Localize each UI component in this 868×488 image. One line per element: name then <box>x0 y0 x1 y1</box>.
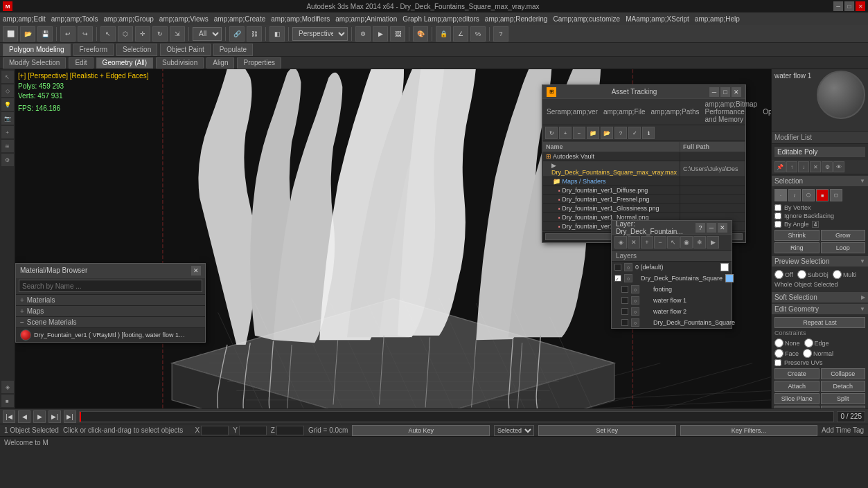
toolbar-undo[interactable]: ↩ <box>60 26 76 42</box>
soft-sel-header[interactable]: Soft Selection ▶ <box>772 292 868 302</box>
maximize-button[interactable]: □ <box>844 1 854 11</box>
sel-polygon-btn[interactable]: ■ <box>816 189 829 201</box>
coord-z-input[interactable] <box>276 426 304 435</box>
toolbar-view-dropdown[interactable]: Perspective <box>292 27 348 41</box>
layer-footing-check[interactable] <box>621 286 628 293</box>
by-vertex-check[interactable] <box>774 204 781 211</box>
subtab-align[interactable]: Align <box>206 57 234 69</box>
toolbar-render-result[interactable]: 🖼 <box>390 26 405 42</box>
rpanel-pin-icon[interactable]: 📌 <box>774 161 786 172</box>
toolbar-unlink[interactable]: ⛓ <box>247 26 262 42</box>
preserve-uvs-check[interactable] <box>774 359 781 366</box>
asset-menu-file[interactable]: amp;amp;File <box>603 108 646 116</box>
asset-menu-bitmap[interactable]: amp;amp;Bitmap Performance and Memory <box>705 100 758 123</box>
layer-default-check[interactable] <box>614 264 621 271</box>
close-button[interactable]: ✕ <box>856 1 865 11</box>
subtab-subdivision[interactable]: Subdivision <box>156 57 204 69</box>
anim-goto-end[interactable]: ▶| <box>64 410 76 423</box>
toolbar-filter-dropdown[interactable]: All <box>193 27 222 41</box>
rpanel-show-icon[interactable]: 👁 <box>833 161 844 172</box>
layers-btn-freeze[interactable]: ❄ <box>693 236 706 248</box>
by-angle-input[interactable] <box>812 221 819 228</box>
layer-default-vis[interactable]: ○ <box>624 263 632 271</box>
key-mode-select[interactable]: Selected <box>494 425 534 436</box>
toolbar-help[interactable]: ? <box>493 26 508 42</box>
toolbar-rotate[interactable]: ↻ <box>152 26 168 42</box>
layer-item-drydeck2[interactable]: ○ Dry_Deck_Fountains_Square <box>612 317 732 328</box>
anim-play[interactable]: ▶ <box>33 410 46 423</box>
layer-drydeck-vis[interactable]: ○ <box>624 274 632 282</box>
layers-btn-new[interactable]: ◈ <box>614 236 627 248</box>
menu-animation[interactable]: amp;amp;Animation <box>335 15 397 23</box>
layers-help[interactable]: ? <box>696 223 705 233</box>
layers-btn-render[interactable]: ▶ <box>707 236 719 248</box>
rpanel-configure-icon[interactable]: ⚙ <box>822 161 833 172</box>
left-icon-bottom1[interactable]: ◈ <box>1 381 14 393</box>
tab-populate[interactable]: Populate <box>213 44 253 56</box>
menu-create[interactable]: amp;amp;Create <box>214 15 265 23</box>
asset-tb-info[interactable]: ℹ <box>642 127 655 139</box>
col-fullpath[interactable]: Full Path <box>680 142 745 152</box>
rpanel-delete-icon[interactable]: ✕ <box>810 161 821 172</box>
shrink-button[interactable]: Shrink <box>774 230 820 241</box>
menu-rendering[interactable]: amp;amp;Rendering <box>485 15 548 23</box>
preview-off-radio[interactable] <box>774 270 783 279</box>
toolbar-material-editor[interactable]: 🎨 <box>413 26 428 42</box>
detach-button[interactable]: Detach <box>821 381 866 392</box>
asset-row-fresnel[interactable]: ▪ Dry_fountain_ver1_Fresnel.png <box>543 195 745 204</box>
asset-row-maxfile[interactable]: ▶ Dry_Deck_Fountains_Square_max_vray.max… <box>543 161 745 177</box>
asset-tracking-minimize[interactable]: ─ <box>709 87 719 97</box>
layer-item-waterflow1[interactable]: ○ water flow 1 <box>612 295 732 306</box>
toolbar-layer-mgr[interactable]: ◧ <box>269 26 285 42</box>
ring-button[interactable]: Ring <box>774 242 820 253</box>
subtab-geometry[interactable]: Geometry (All) <box>96 57 153 69</box>
toolbar-open[interactable]: 📂 <box>20 26 35 42</box>
left-icon-spacewarps[interactable]: ≋ <box>1 140 14 152</box>
menu-maxscript[interactable]: MAamp;amp;XScript <box>626 15 689 23</box>
toolbar-link[interactable]: 🔗 <box>229 26 245 42</box>
ignore-backfacing-check[interactable] <box>774 213 781 219</box>
toolbar-snap-toggle[interactable]: 🔒 <box>436 26 451 42</box>
rpanel-move-up-icon[interactable]: ↑ <box>786 161 797 172</box>
reset-plane-button[interactable]: Reset Plane <box>821 406 866 408</box>
minimize-button[interactable]: ─ <box>833 1 843 11</box>
slice-plane-button[interactable]: Slice Plane <box>774 393 820 404</box>
layers-minimize[interactable]: ─ <box>707 223 716 233</box>
menu-views[interactable]: amp;amp;Views <box>159 15 209 23</box>
left-icon-cameras[interactable]: 📷 <box>1 112 14 125</box>
col-name[interactable]: Name <box>543 142 680 152</box>
asset-tb-resolve[interactable]: ✓ <box>628 127 641 139</box>
size-button[interactable]: Size <box>774 406 820 408</box>
sel-vertex-btn[interactable]: · <box>774 189 787 201</box>
collapse-button[interactable]: Collapse <box>821 368 866 379</box>
menu-modifiers[interactable]: amp;amp;Modifiers <box>271 15 330 23</box>
layers-btn-select[interactable]: ↖ <box>667 236 680 248</box>
asset-tb-refresh[interactable]: ↻ <box>545 127 558 139</box>
sel-edge-btn[interactable]: / <box>788 189 801 201</box>
toolbar-scale[interactable]: ⇲ <box>170 26 185 42</box>
asset-tb-addfile[interactable]: + <box>559 127 572 139</box>
constraint-face-radio[interactable] <box>774 349 783 358</box>
asset-row-diffuse[interactable]: ▪ Dry_fountain_ver1_Diffuse.png <box>543 186 745 195</box>
layers-btn-highlight[interactable]: ◉ <box>680 236 693 248</box>
toolbar-new[interactable]: ⬜ <box>3 26 18 42</box>
anim-next-frame[interactable]: ▶| <box>48 410 61 423</box>
asset-row-glossiness[interactable]: ▪ Dry_fountain_ver1_Glossiness.png <box>543 204 745 213</box>
menu-help[interactable]: amp;amp;Help <box>695 15 740 23</box>
modifier-editable-poly[interactable]: Editable Poly <box>774 147 865 157</box>
tab-polygon-modeling[interactable]: Polygon Modeling <box>3 44 71 56</box>
asset-tb-missing[interactable]: ? <box>614 127 627 139</box>
coord-x-input[interactable] <box>201 426 229 435</box>
asset-menu-paths[interactable]: amp;amp;Paths <box>651 108 700 116</box>
toolbar-snap-percent[interactable]: % <box>470 26 486 42</box>
layers-close[interactable]: ✕ <box>718 223 727 233</box>
sel-border-btn[interactable]: ⬡ <box>802 189 815 201</box>
anim-goto-start[interactable]: |◀ <box>3 410 15 423</box>
constraint-edge-radio[interactable] <box>804 338 813 347</box>
layer-item-waterflow2[interactable]: ○ water flow 2 <box>612 306 732 317</box>
left-icon-systems[interactable]: ⚙ <box>1 154 14 166</box>
edit-geo-header[interactable]: Edit Geometry ▼ <box>772 304 868 314</box>
grow-button[interactable]: Grow <box>821 230 866 241</box>
preview-subobj-radio[interactable] <box>797 270 806 279</box>
asset-tracking-maximize[interactable]: □ <box>720 87 730 97</box>
